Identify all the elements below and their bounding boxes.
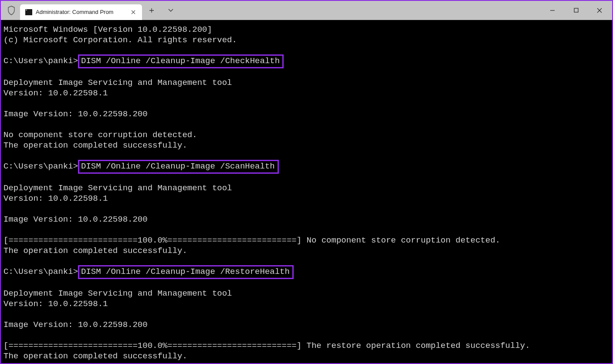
maximize-button[interactable] [565,3,587,18]
version-line: Microsoft Windows [Version 10.0.22598.20… [3,25,212,34]
dism-version: Version: 10.0.22598.1 [3,194,108,203]
image-version: Image Version: 10.0.22598.200 [3,320,148,330]
command-checkhealth: DISM /Online /Cleanup-Image /CheckHealth [78,54,284,68]
prompt: C:\Users\panki> [3,267,78,276]
image-version: Image Version: 10.0.22598.200 [3,215,148,224]
dism-header: Deployment Image Servicing and Managemen… [3,183,232,193]
dism-version: Version: 10.0.22598.1 [3,88,108,98]
security-shield-icon [7,5,16,16]
tab-title: Administrator: Command Prom [36,9,126,15]
op-success-line: The operation completed successfully. [3,351,187,361]
progress-restore-line: [==========================100.0%=======… [3,341,530,351]
svg-rect-0 [574,8,578,12]
new-tab-button[interactable] [147,6,156,15]
op-success-line: The operation completed successfully. [3,141,187,150]
command-restorehealth: DISM /Online /Cleanup-Image /RestoreHeal… [78,265,294,279]
prompt: C:\Users\panki> [3,162,78,171]
dism-version: Version: 10.0.22598.1 [3,299,108,309]
progress-line: [==========================100.0%=======… [3,236,500,245]
tab-close-button[interactable] [130,9,137,16]
no-corruption-line: No component store corruption detected. [3,130,197,140]
prompt: C:\Users\panki> [3,56,78,66]
tab-dropdown-button[interactable] [166,6,175,15]
command-scanhealth: DISM /Online /Cleanup-Image /ScanHealth [78,160,279,174]
minimize-button[interactable] [542,3,563,18]
window-controls [542,3,610,18]
terminal-output[interactable]: Microsoft Windows [Version 10.0.22598.20… [1,20,612,363]
cmd-icon [25,9,32,15]
tab[interactable]: Administrator: Command Prom [20,4,142,20]
close-button[interactable] [589,3,610,18]
tab-actions [147,6,175,15]
dism-header: Deployment Image Servicing and Managemen… [3,289,232,298]
titlebar: Administrator: Command Prom [1,1,612,20]
copyright-line: (c) Microsoft Corporation. All rights re… [3,35,237,45]
op-success-line: The operation completed successfully. [3,246,187,256]
dism-header: Deployment Image Servicing and Managemen… [3,78,232,88]
image-version: Image Version: 10.0.22598.200 [3,109,148,119]
